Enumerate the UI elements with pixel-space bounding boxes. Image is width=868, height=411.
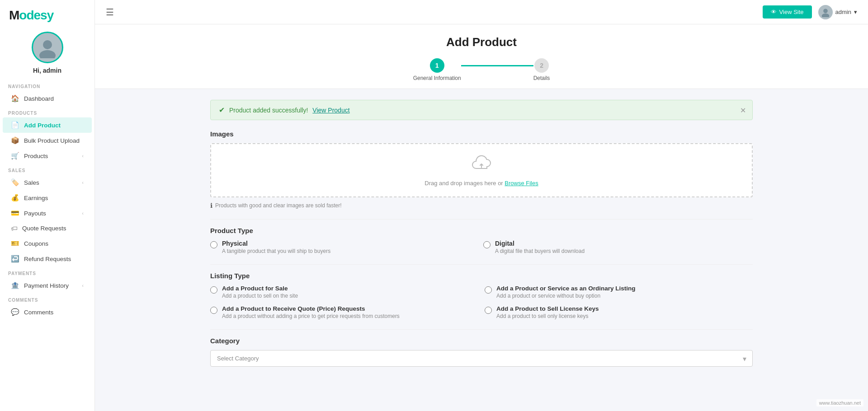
eye-icon: 👁 [771, 9, 777, 15]
sidebar-item-label: Dashboard [24, 95, 54, 102]
chevron-icon: ‹ [82, 283, 84, 288]
sidebar-item-comments[interactable]: 💬 Comments [3, 304, 92, 320]
product-type-grid: Physical A tangible product that you wil… [210, 240, 753, 254]
category-select[interactable]: Select Category [210, 350, 753, 367]
listing-ordinary-label: Add a Product or Service as an Ordinary … [496, 285, 636, 299]
alert-text: Product added successfully! [229, 107, 308, 114]
sidebar: Modesy Hi, admin NAVIGATION 🏠 Dashboard … [0, 0, 95, 411]
sidebar-item-refund-requests[interactable]: ↩️ Refund Requests [3, 251, 92, 266]
step-1: 1 General Information [413, 58, 461, 81]
admin-menu[interactable]: admin ▾ [818, 5, 857, 19]
svg-point-3 [821, 13, 829, 17]
avatar [32, 32, 63, 63]
upload-cloud-icon [471, 154, 492, 176]
hamburger-menu[interactable]: ☰ [106, 7, 114, 18]
comments-icon: 💬 [11, 308, 19, 316]
listing-quote-label: Add a Product to Receive Quote (Price) R… [222, 305, 400, 319]
payouts-icon: 💳 [11, 209, 19, 217]
check-icon: ✔ [219, 106, 225, 114]
watermark: www.tiaozhuan.net [816, 399, 863, 406]
product-type-digital: Digital A digital file that buyers will … [483, 240, 753, 254]
sidebar-item-sales[interactable]: 🏷️ Sales ‹ [3, 175, 92, 190]
view-site-button[interactable]: 👁 View Site [763, 5, 812, 19]
sidebar-item-payouts[interactable]: 💳 Payouts ‹ [3, 206, 92, 221]
chevron-down-icon: ▾ [854, 9, 857, 15]
stepper: 1 General Information 2 Details [95, 58, 868, 89]
content-area: Add Product 1 General Information 2 Deta… [95, 24, 868, 411]
chevron-icon: ‹ [82, 153, 84, 159]
listing-type-quote: Add a Product to Receive Quote (Price) R… [210, 305, 478, 319]
sidebar-item-label: Payouts [24, 210, 46, 217]
listing-sale-radio[interactable] [210, 286, 217, 294]
payments-section-label: PAYMENTS [0, 266, 94, 278]
digital-radio[interactable] [483, 241, 491, 248]
sales-icon: 🏷️ [11, 178, 19, 187]
sidebar-item-label: Refund Requests [24, 256, 71, 262]
sidebar-item-products[interactable]: 🛒 Products ‹ [3, 148, 92, 163]
topbar-left: ☰ [106, 7, 114, 18]
step-2-label: Details [533, 75, 550, 81]
chevron-icon: ‹ [82, 210, 84, 216]
product-type-section-title: Product Type [210, 227, 753, 234]
sidebar-item-label: Bulk Product Upload [24, 137, 80, 144]
sidebar-item-payment-history[interactable]: 🏦 Payment History ‹ [3, 278, 92, 293]
info-icon: ℹ [210, 202, 212, 209]
images-upload-area[interactable]: Drag and drop images here or Browse File… [210, 143, 753, 197]
bulk-upload-icon: 📦 [11, 136, 19, 145]
view-site-label: View Site [779, 9, 804, 15]
brand-logo: Modesy [0, 0, 94, 27]
products-icon: 🛒 [11, 152, 19, 160]
dashboard-icon: 🏠 [11, 94, 19, 103]
listing-type-grid: Add a Product for Sale Add a product to … [210, 285, 753, 319]
browse-files-link[interactable]: Browse Files [505, 180, 538, 187]
nav-section-label: NAVIGATION [0, 79, 94, 91]
coupons-icon: 🎫 [11, 239, 19, 248]
earnings-icon: 💰 [11, 194, 19, 202]
sidebar-item-quote-requests[interactable]: 🏷 Quote Requests [3, 221, 92, 236]
sidebar-item-label: Comments [24, 309, 53, 316]
topbar-right: 👁 View Site admin ▾ [763, 5, 857, 19]
category-section-title: Category [210, 337, 753, 345]
step-1-label: General Information [413, 75, 461, 81]
sidebar-item-coupons[interactable]: 🎫 Coupons [3, 236, 92, 251]
listing-license-radio[interactable] [485, 307, 492, 314]
upload-text: Drag and drop images here or Browse File… [425, 180, 538, 187]
sidebar-greeting: Hi, admin [33, 67, 61, 74]
listing-ordinary-radio[interactable] [485, 286, 492, 294]
svg-point-0 [43, 40, 52, 49]
upload-hint: ℹ Products with good and clear images ar… [210, 202, 753, 209]
sidebar-item-bulk-upload[interactable]: 📦 Bulk Product Upload [3, 133, 92, 148]
physical-label: Physical A tangible product that you wil… [222, 240, 330, 254]
add-product-icon: 📄 [11, 121, 19, 129]
listing-type-sale: Add a Product for Sale Add a product to … [210, 285, 478, 299]
sidebar-item-label: Coupons [24, 240, 48, 247]
listing-type-ordinary: Add a Product or Service as an Ordinary … [485, 285, 753, 299]
admin-avatar [818, 5, 833, 19]
alert-close-button[interactable]: ✕ [740, 106, 746, 114]
sidebar-item-label: Add Product [24, 122, 61, 129]
comments-section-label: COMMENTS [0, 293, 94, 304]
sidebar-item-label: Products [24, 153, 48, 159]
product-type-physical: Physical A tangible product that you wil… [210, 240, 480, 254]
chevron-icon: ‹ [82, 180, 84, 185]
sidebar-item-label: Quote Requests [22, 225, 66, 232]
view-product-link[interactable]: View Product [312, 107, 349, 114]
images-section-title: Images [210, 130, 753, 138]
main-area: ☰ 👁 View Site admin ▾ Add Produc [95, 0, 868, 411]
sales-section-label: SALES [0, 163, 94, 175]
svg-point-2 [823, 9, 828, 13]
sidebar-item-dashboard[interactable]: 🏠 Dashboard [3, 91, 92, 106]
sidebar-item-add-product[interactable]: 📄 Add Product [3, 117, 92, 133]
products-section-label: PRODUCTS [0, 106, 94, 117]
listing-type-license: Add a Product to Sell License Keys Add a… [485, 305, 753, 319]
svg-point-1 [39, 50, 56, 58]
step-2: 2 Details [533, 58, 550, 81]
physical-radio[interactable] [210, 241, 217, 248]
listing-type-section-title: Listing Type [210, 272, 753, 280]
listing-license-label: Add a Product to Sell License Keys Add a… [496, 305, 599, 319]
listing-quote-radio[interactable] [210, 307, 217, 314]
quote-icon: 🏷 [11, 224, 18, 232]
success-alert: ✔ Product added successfully! View Produ… [210, 100, 753, 120]
sidebar-item-earnings[interactable]: 💰 Earnings [3, 190, 92, 206]
refund-icon: ↩️ [11, 255, 19, 263]
